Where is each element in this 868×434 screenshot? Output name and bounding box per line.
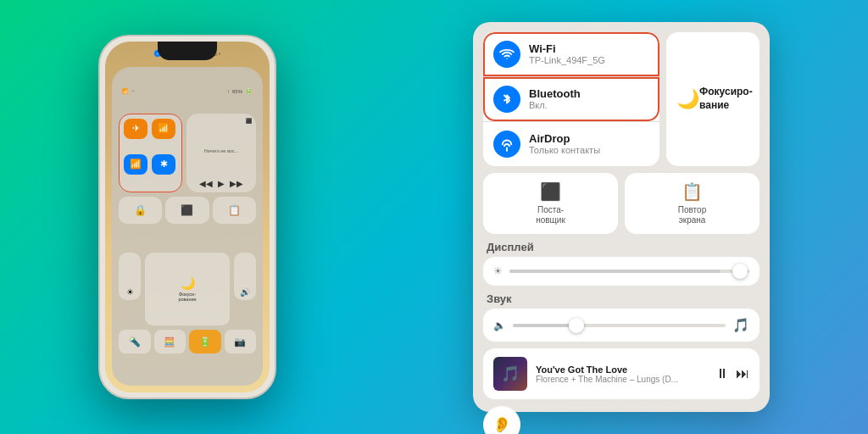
cellular-button[interactable]: 📶 [152,119,175,139]
cc-top-icons: 📶 → [122,88,136,94]
bottom-row: 👂 [483,406,760,434]
screen-mirror-button[interactable]: 📋 Повторэкрана [625,173,760,234]
screen-mirror-button[interactable]: ⬛ [165,197,209,224]
svg-point-2 [506,149,508,151]
battery-button[interactable]: 🔋 [189,330,221,353]
flashlight-button[interactable]: 🔦 [119,330,151,353]
sound-row: 🔈 🎵 [493,317,749,333]
airplane-mode-button[interactable]: ✈ [124,119,147,139]
camera-button[interactable]: 📷 [225,330,257,353]
sound-section-wrap: Звук 🔈 🎵 [483,292,760,342]
focus-label-text: Фокусиро-вание [699,86,753,112]
wifi-item[interactable]: Wi-Fi TP-Link_494F_5G [483,32,659,77]
ear-icon: 👂 [492,415,511,434]
focus-moon-icon: 🌙 [676,88,699,110]
bluetooth-name: Bluetooth [529,87,649,101]
phone-body: ✓ Системные службы › 📶 → ↑ 65% 🔋 [98,35,276,399]
airdrop-name: AirDrop [529,132,649,146]
sound-right-icon: 🎵 [732,317,749,333]
wifi-info: Wi-Fi TP-Link_494F_5G [529,42,649,67]
sound-label: Звук [483,292,760,305]
cc-row3: ☀ 🌙 Фокуси-рование 🔊 [119,253,256,326]
media-text: Ничего не вос... [191,148,252,153]
focus-panel[interactable]: 🌙 Фокусиро-вание [666,32,760,166]
bluetooth-item[interactable]: Bluetooth Вкл. [483,77,659,122]
wifi-icon [493,41,520,68]
notes-button[interactable]: 📋 [213,197,256,224]
connectivity-block[interactable]: ✈ 📶 📶 ✱ [119,114,182,192]
music-info: You've Got The Love Florence + The Machi… [536,364,707,384]
album-art: 🎵 [493,357,527,391]
stage-manager-icon: ⬛ [540,181,561,202]
battery-status: 65% [232,89,242,94]
cc-top-bar: 📶 → ↑ 65% 🔋 [119,74,256,109]
stage-manager-button[interactable]: ⬛ Поста-новщик [483,173,618,234]
screen-mirror-icon: 📋 [682,181,703,202]
brightness-track[interactable] [509,270,749,273]
wifi-sub: TP-Link_494F_5G [529,55,649,66]
brightness-thumb[interactable] [732,264,748,279]
svg-point-0 [506,58,508,60]
battery-icon: 🔋 [245,88,253,95]
volume-slider[interactable]: 🔊 [234,253,256,300]
moon-icon: 🌙 [178,276,196,290]
volume-fill [513,324,576,327]
media-block: ⬛ Ничего не вос... ◀◀ ▶ ▶▶ [186,114,256,192]
airdrop-item[interactable]: AirDrop Только контакты [483,122,659,166]
hearing-button[interactable]: 👂 [483,406,520,434]
music-controls: ⏸ ⏭ [715,366,749,381]
brightness-fill [509,270,721,273]
volume-thumb[interactable] [569,318,584,333]
cc-row2: 🔒 ⬛ 📋 [119,197,256,249]
brightness-slider[interactable]: ☀ [119,253,141,300]
volume-min-icon: 🔈 [493,320,506,331]
wifi-button[interactable]: 📶 [124,154,147,175]
phone-notch [158,42,217,60]
bluetooth-sub: Вкл. [529,100,649,111]
control-center: 📶 → ↑ 65% 🔋 ✈ 📶 📶 ✱ [112,67,263,386]
next-button[interactable]: ▶▶ [230,179,243,188]
media-top: ⬛ [191,118,252,124]
screen-mirror-label: Повторэкрана [678,205,706,225]
focus-inner: 🌙 Фокуси-рование [178,276,196,302]
screen-orientation-button[interactable]: 🔒 [119,197,162,224]
focus-item[interactable]: 🌙 Фокусиро-вание [666,32,760,166]
cc-row4: 🔦 🧮 🔋 📷 [119,330,256,379]
brightness-min-icon: ☀ [493,265,503,277]
bluetooth-info: Bluetooth Вкл. [529,87,649,112]
display-label: Дисплей [483,241,760,253]
prev-button[interactable]: ◀◀ [199,179,213,188]
airdrop-sub: Только контакты [529,145,649,156]
wifi-name: Wi-Fi [529,42,649,56]
pause-button[interactable]: ⏸ [715,366,729,381]
next-track-button[interactable]: ⏭ [736,366,749,381]
airplay-icon: ⬛ [246,118,252,124]
display-section: Дисплей ☀ [483,241,760,286]
music-section: 🎵 You've Got The Love Florence + The Mac… [483,348,760,399]
media-controls[interactable]: ◀◀ ▶ ▶▶ [191,179,252,188]
volume-track[interactable] [513,324,726,327]
cc-row1: ✈ 📶 📶 ✱ ⬛ Ничего не вос... ◀◀ ▶ ▶ [119,114,256,192]
airdrop-icon [493,131,520,158]
brightness-row: ☀ [493,265,749,277]
play-button[interactable]: ▶ [218,179,225,188]
airdrop-info: AirDrop Только контакты [529,132,649,157]
arrow-up-icon: ↑ [227,89,230,94]
right-panel: Wi-Fi TP-Link_494F_5G Bluetooth Вкл. [473,22,770,412]
bluetooth-button[interactable]: ✱ [152,154,175,175]
wifi-status-icon: 📶 [122,88,128,94]
focus-button[interactable]: 🌙 Фокуси-рование [145,253,230,326]
music-artist: Florence + The Machine – Lungs (D... [536,375,707,384]
brightness-section: ☀ [483,257,760,286]
music-title: You've Got The Love [536,364,707,375]
network-left: Wi-Fi TP-Link_494F_5G Bluetooth Вкл. [483,32,659,166]
phone-screen: ✓ Системные службы › 📶 → ↑ 65% 🔋 [105,42,270,392]
sound-section: 🔈 🎵 [483,309,760,342]
bluetooth-icon [493,86,520,113]
calculator-button[interactable]: 🧮 [154,330,186,353]
network-row: Wi-Fi TP-Link_494F_5G Bluetooth Вкл. [483,32,760,166]
focus-label: Фокуси-рование [178,292,196,302]
phone: ✓ Системные службы › 📶 → ↑ 65% 🔋 [98,35,276,399]
chevron-icon: › [219,51,220,57]
stage-manager-label: Поста-новщик [536,205,565,225]
